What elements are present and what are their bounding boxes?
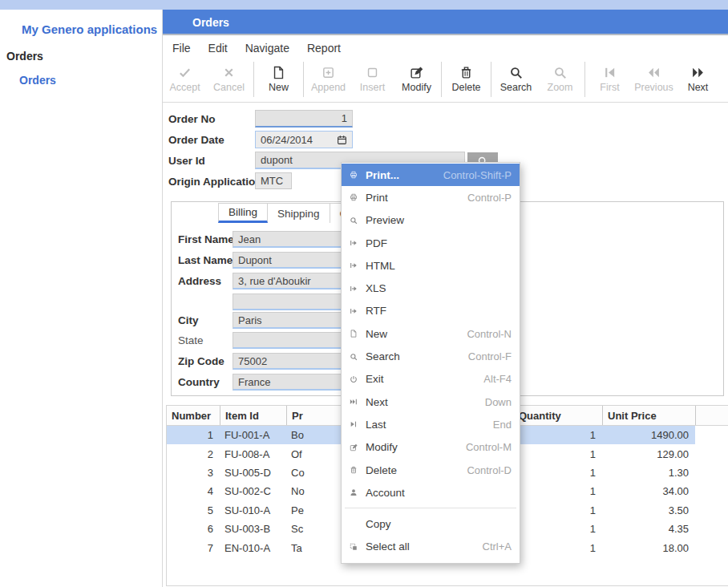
cross-icon xyxy=(222,66,236,79)
last-bar-icon xyxy=(350,420,361,428)
origin-application-field[interactable]: MTC xyxy=(255,172,292,189)
context-menu-item-delete[interactable]: Delete Control-D xyxy=(342,459,520,481)
context-menu: Print... Control-Shift-P Print Control-P… xyxy=(341,162,520,564)
context-menu-separator xyxy=(345,508,516,508)
country-label: Country xyxy=(178,376,220,388)
tab-billing[interactable]: Billing xyxy=(218,203,268,223)
col-unit-price[interactable]: Unit Price xyxy=(602,406,695,425)
menu-edit[interactable]: Edit xyxy=(208,42,228,55)
menu-bar: File Edit Navigate Report xyxy=(163,37,728,59)
toolbar-divider xyxy=(163,102,728,103)
zip-code-label: Zip Code xyxy=(178,355,224,367)
magnifier-icon xyxy=(553,66,567,79)
order-date-label: Order Date xyxy=(168,134,224,146)
double-right-icon xyxy=(691,66,705,79)
first-name-label: First Name xyxy=(178,233,234,245)
col-item-id[interactable]: Item Id xyxy=(220,406,286,425)
sidebar-group-orders: Orders xyxy=(6,50,43,63)
printer-icon xyxy=(350,193,361,201)
double-left-icon xyxy=(647,66,661,79)
delete-button[interactable]: Delete xyxy=(444,66,488,93)
toolbar-separator xyxy=(253,62,254,97)
toolbar-separator xyxy=(491,62,491,97)
col-number[interactable]: Number xyxy=(167,406,220,425)
toolbar: Accept Cancel New Append Insert Modify D… xyxy=(163,59,728,99)
next-button[interactable]: Next xyxy=(676,66,720,93)
modify-button[interactable]: Modify xyxy=(394,66,439,93)
magnifier-icon xyxy=(350,217,361,225)
new-button[interactable]: New xyxy=(257,66,301,93)
check-icon xyxy=(178,66,192,79)
toolbar-separator xyxy=(303,62,304,97)
context-menu-item-account[interactable]: Account xyxy=(342,481,520,504)
sidebar-item-orders[interactable]: Orders xyxy=(19,74,56,87)
menu-file[interactable]: File xyxy=(172,42,191,55)
edit-icon xyxy=(410,66,423,79)
sidebar: My Genero applications Orders Orders xyxy=(0,10,163,587)
export-icon xyxy=(350,239,361,247)
user-id-label: User Id xyxy=(168,155,205,167)
context-menu-item-pdf[interactable]: PDF xyxy=(342,232,520,254)
menu-report[interactable]: Report xyxy=(307,42,341,55)
context-menu-item-modify[interactable]: Modify Control-M xyxy=(342,436,520,459)
previous-button[interactable]: Previous xyxy=(632,66,676,93)
zoom-button[interactable]: Zoom xyxy=(538,66,582,93)
order-no-label: Order No xyxy=(168,113,216,125)
search-button[interactable]: Search xyxy=(494,66,538,93)
address-label: Address xyxy=(178,275,221,287)
context-menu-item-copy[interactable]: Copy xyxy=(342,512,520,535)
document-icon xyxy=(272,66,285,79)
accept-button[interactable]: Accept xyxy=(163,66,207,93)
context-menu-item-search[interactable]: Search Control-F xyxy=(342,345,520,367)
document-icon xyxy=(350,330,361,338)
context-menu-item-html[interactable]: HTML xyxy=(342,254,520,277)
first-button[interactable]: First xyxy=(588,66,632,93)
trash-icon xyxy=(350,466,361,474)
top-strip xyxy=(0,0,728,10)
context-menu-item-preview[interactable]: Preview xyxy=(342,209,520,232)
order-date-field[interactable]: 06/24/2014 xyxy=(255,131,353,148)
col-empty xyxy=(695,406,728,425)
next-bar-icon xyxy=(350,398,361,406)
origin-application-label: Origin Application xyxy=(168,176,262,188)
context-menu-item-last[interactable]: Last End xyxy=(342,413,520,435)
col-quantity[interactable]: Quantity xyxy=(514,406,602,425)
magnifier-icon xyxy=(350,353,361,361)
printer-icon xyxy=(350,171,361,179)
plus-square-icon xyxy=(322,66,335,79)
select-all-icon xyxy=(350,543,361,551)
export-icon xyxy=(350,261,361,269)
context-menu-item-new[interactable]: New Control-N xyxy=(342,322,520,345)
calendar-icon[interactable] xyxy=(337,135,347,145)
toolbar-separator xyxy=(584,62,585,97)
state-label: State xyxy=(178,334,204,346)
append-button[interactable]: Append xyxy=(306,66,350,93)
skip-first-icon xyxy=(603,66,617,79)
cancel-button[interactable]: Cancel xyxy=(207,66,251,93)
power-icon xyxy=(350,375,361,383)
person-icon xyxy=(350,488,361,496)
city-label: City xyxy=(178,314,199,326)
magnifier-icon xyxy=(509,66,523,79)
context-menu-item-print-dialog[interactable]: Print... Control-Shift-P xyxy=(342,164,520,186)
export-icon xyxy=(350,307,361,315)
app-tab-bar: Orders xyxy=(163,10,728,35)
trash-icon xyxy=(459,66,473,79)
app-tab-orders[interactable]: Orders xyxy=(192,10,229,35)
context-menu-item-xls[interactable]: XLS xyxy=(342,277,520,299)
context-menu-item-rtf[interactable]: RTF xyxy=(342,300,520,322)
tab-shipping[interactable]: Shipping xyxy=(268,203,330,223)
insert-button[interactable]: Insert xyxy=(350,66,394,93)
menu-navigate[interactable]: Navigate xyxy=(245,42,289,55)
last-name-label: Last Name xyxy=(178,254,233,266)
export-icon xyxy=(350,285,361,293)
toolbar-separator xyxy=(441,62,442,97)
context-menu-item-exit[interactable]: Exit Alt-F4 xyxy=(342,368,520,391)
square-icon xyxy=(366,66,379,79)
context-menu-item-select-all[interactable]: Select all Ctrl+A xyxy=(342,536,520,558)
order-no-field[interactable]: 1 xyxy=(255,110,353,128)
context-menu-item-next[interactable]: Next Down xyxy=(342,391,520,413)
context-menu-item-print[interactable]: Print Control-P xyxy=(342,186,520,208)
sidebar-title[interactable]: My Genero applications xyxy=(22,22,157,36)
edit-icon xyxy=(350,443,361,451)
